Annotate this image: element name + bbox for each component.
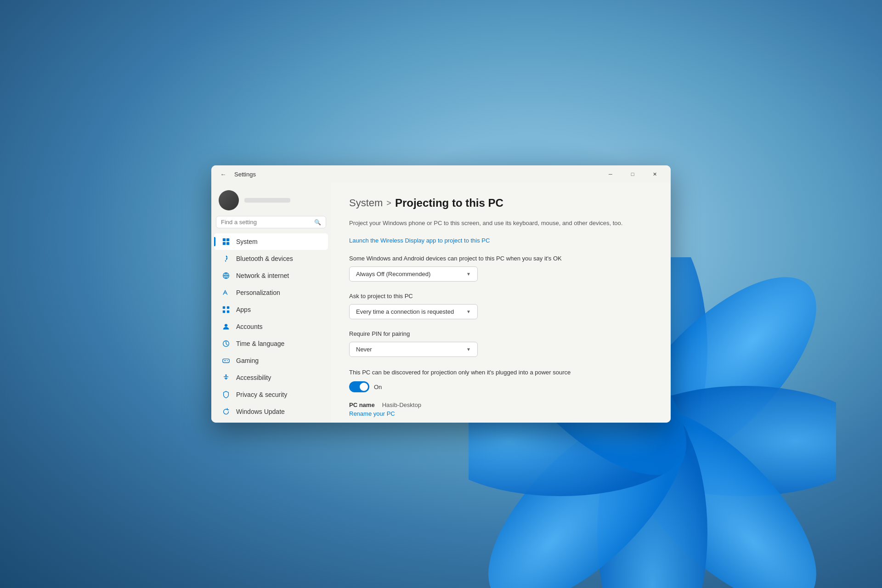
section1-dropdown-arrow: ▼ bbox=[466, 271, 471, 277]
svg-rect-9 bbox=[226, 238, 229, 241]
sidebar-item-apps[interactable]: Apps bbox=[214, 301, 328, 318]
title-bar-left: ← Settings bbox=[217, 168, 256, 181]
privacy-icon bbox=[221, 390, 231, 399]
svg-point-23 bbox=[227, 360, 228, 361]
sidebar-item-gaming[interactable]: Gaming bbox=[214, 352, 328, 369]
sidebar-item-bluetooth[interactable]: Bluetooth & devices bbox=[214, 250, 328, 267]
breadcrumb-current: Projecting to this PC bbox=[395, 197, 503, 209]
svg-rect-14 bbox=[223, 306, 225, 309]
sidebar-label-bluetooth: Bluetooth & devices bbox=[236, 255, 293, 262]
section2-label: Ask to project to this PC bbox=[349, 293, 652, 300]
content-area: System > Projecting to this PC Project y… bbox=[331, 183, 671, 423]
pc-name-row: PC name Hasib-Desktop bbox=[349, 401, 652, 408]
svg-rect-15 bbox=[227, 306, 229, 309]
rename-link[interactable]: Rename your PC bbox=[349, 410, 652, 417]
pc-name-section: PC name Hasib-Desktop Rename your PC bbox=[349, 401, 652, 417]
main-layout: 🔍 System bbox=[211, 183, 671, 423]
window-title: Settings bbox=[234, 171, 256, 178]
svg-rect-11 bbox=[226, 242, 229, 245]
sidebar-item-accounts[interactable]: Accounts bbox=[214, 318, 328, 335]
section3-label: Require PIN for pairing bbox=[349, 330, 652, 337]
page-description: Project your Windows phone or PC to this… bbox=[349, 219, 625, 228]
section1-dropdown[interactable]: Always Off (Recommended) ▼ bbox=[349, 266, 478, 282]
sidebar-item-accessibility[interactable]: Accessibility bbox=[214, 369, 328, 386]
update-icon bbox=[221, 407, 231, 416]
svg-rect-10 bbox=[223, 242, 226, 245]
power-source-toggle[interactable] bbox=[349, 381, 369, 392]
user-profile[interactable] bbox=[211, 183, 331, 216]
system-icon bbox=[221, 237, 231, 246]
sidebar-item-update[interactable]: Windows Update bbox=[214, 403, 328, 420]
svg-rect-16 bbox=[223, 311, 225, 313]
apps-icon bbox=[221, 305, 231, 314]
section3-dropdown[interactable]: Never ▼ bbox=[349, 342, 478, 357]
sidebar-label-privacy: Privacy & security bbox=[236, 391, 287, 398]
accessibility-icon bbox=[221, 373, 231, 382]
section-ask-project: Ask to project to this PC Every time a c… bbox=[349, 293, 652, 319]
svg-point-24 bbox=[225, 374, 226, 376]
bluetooth-icon bbox=[221, 254, 231, 263]
window-controls: ─ □ ✕ bbox=[600, 167, 665, 181]
svg-rect-8 bbox=[223, 238, 226, 241]
network-icon bbox=[221, 271, 231, 280]
section-require-pin: Require PIN for pairing Never ▼ bbox=[349, 330, 652, 357]
close-button[interactable]: ✕ bbox=[644, 167, 665, 181]
settings-window: ← Settings ─ □ ✕ 🔍 bbox=[211, 165, 671, 423]
svg-rect-20 bbox=[223, 359, 229, 362]
sidebar-label-network: Network & internet bbox=[236, 272, 289, 279]
back-button[interactable]: ← bbox=[217, 168, 230, 181]
section2-dropdown-arrow: ▼ bbox=[466, 309, 471, 314]
section1-label: Some Windows and Android devices can pro… bbox=[349, 255, 652, 262]
svg-point-18 bbox=[225, 324, 227, 327]
sidebar-label-accessibility: Accessibility bbox=[236, 374, 271, 381]
sidebar-label-accounts: Accounts bbox=[236, 323, 263, 330]
section1-dropdown-value: Always Off (Recommended) bbox=[356, 271, 430, 277]
sidebar-label-apps: Apps bbox=[236, 306, 251, 313]
sidebar-label-time: Time & language bbox=[236, 340, 284, 347]
section3-dropdown-value: Never bbox=[356, 346, 372, 353]
search-box[interactable]: 🔍 bbox=[216, 216, 326, 228]
pc-name-key: PC name bbox=[349, 401, 375, 408]
toggle-row: On bbox=[349, 381, 652, 392]
section-device-projection: Some Windows and Android devices can pro… bbox=[349, 255, 652, 282]
breadcrumb-system[interactable]: System bbox=[349, 197, 383, 209]
section3-dropdown-arrow: ▼ bbox=[466, 347, 471, 352]
sidebar-item-system[interactable]: System bbox=[214, 233, 328, 250]
avatar-image bbox=[219, 190, 239, 210]
toggle-on-label: On bbox=[374, 384, 382, 390]
sidebar-label-personalization: Personalization bbox=[236, 289, 280, 296]
sidebar: 🔍 System bbox=[211, 183, 331, 423]
time-icon bbox=[221, 339, 231, 348]
sidebar-label-update: Windows Update bbox=[236, 408, 285, 415]
pc-name-value: Hasib-Desktop bbox=[382, 401, 421, 408]
sidebar-nav: System Bluetooth & devices bbox=[211, 233, 331, 420]
sidebar-item-time[interactable]: Time & language bbox=[214, 335, 328, 352]
title-bar: ← Settings ─ □ ✕ bbox=[211, 165, 671, 183]
sidebar-item-network[interactable]: Network & internet bbox=[214, 267, 328, 284]
user-name bbox=[244, 198, 290, 203]
accounts-icon bbox=[221, 322, 231, 331]
section-power-source: This PC can be discovered for projection… bbox=[349, 368, 652, 393]
breadcrumb-separator: > bbox=[386, 198, 391, 208]
sidebar-item-personalization[interactable]: Personalization bbox=[214, 284, 328, 301]
maximize-button[interactable]: □ bbox=[622, 167, 643, 181]
minimize-button[interactable]: ─ bbox=[600, 167, 621, 181]
section2-dropdown-value: Every time a connection is requested bbox=[356, 308, 454, 315]
section4-label: This PC can be discovered for projection… bbox=[349, 368, 625, 377]
search-input[interactable] bbox=[221, 219, 311, 226]
toggle-thumb bbox=[360, 383, 368, 391]
search-icon: 🔍 bbox=[314, 219, 321, 226]
section2-dropdown[interactable]: Every time a connection is requested ▼ bbox=[349, 304, 478, 319]
gaming-icon bbox=[221, 356, 231, 365]
launch-link[interactable]: Launch the Wireless Display app to proje… bbox=[349, 237, 652, 244]
avatar bbox=[219, 190, 239, 210]
sidebar-label-gaming: Gaming bbox=[236, 357, 259, 364]
sidebar-item-privacy[interactable]: Privacy & security bbox=[214, 386, 328, 403]
breadcrumb: System > Projecting to this PC bbox=[349, 197, 652, 209]
personalization-icon bbox=[221, 288, 231, 297]
svg-rect-17 bbox=[227, 311, 229, 313]
sidebar-label-system: System bbox=[236, 238, 258, 245]
